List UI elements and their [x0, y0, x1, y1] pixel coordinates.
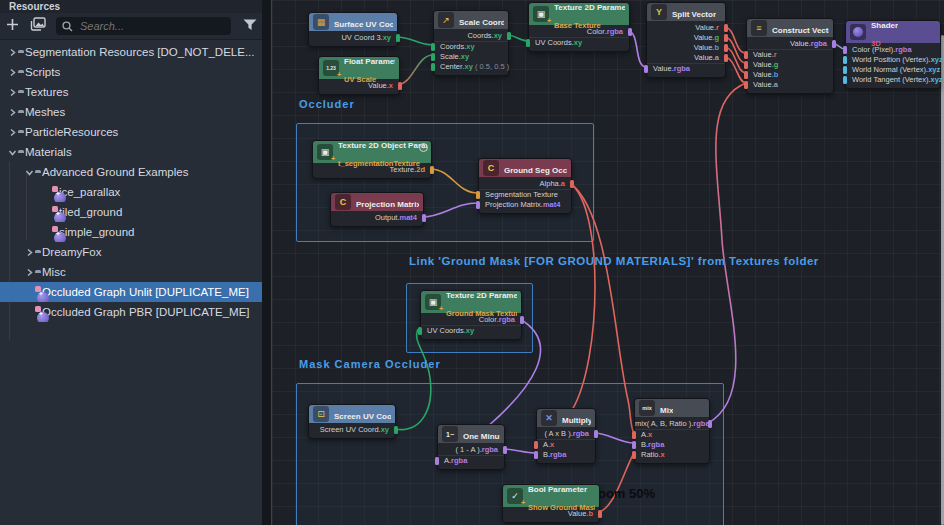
tree-item-misc[interactable]: Misc — [0, 262, 285, 282]
node-split-vector[interactable]: Y Split VectorValue.rValue.gValue.bValue… — [646, 2, 726, 78]
in-port[interactable] — [534, 451, 538, 459]
node-header[interactable]: ↗ Scale Coords — [434, 11, 508, 29]
in-port[interactable] — [534, 441, 538, 449]
node-float-parameter[interactable]: 1.23+ Float ParameterUV ScaleValue.x — [318, 56, 400, 95]
chevron-right-icon[interactable] — [23, 268, 35, 277]
chevron-right-icon[interactable] — [23, 248, 35, 257]
node-header[interactable]: ✕ Multiply — [537, 409, 595, 427]
chevron-right-icon[interactable] — [6, 88, 18, 97]
in-port[interactable] — [744, 71, 748, 79]
node-header[interactable]: ▣+ Texture 2D Object Parametert_segmenta… — [313, 141, 431, 163]
chevron-down-icon[interactable] — [23, 168, 35, 177]
node-header[interactable]: Y Split Vector — [647, 3, 725, 21]
panel-divider[interactable] — [262, 0, 272, 525]
in-port[interactable] — [632, 451, 636, 459]
in-port[interactable] — [476, 191, 480, 199]
chevron-right-icon[interactable] — [6, 68, 18, 77]
search-input[interactable] — [78, 19, 225, 33]
filter-button[interactable] — [237, 15, 262, 37]
node-header[interactable]: 1− One Minus — [438, 425, 504, 443]
chevron-right-icon[interactable] — [6, 48, 18, 57]
out-port[interactable] — [422, 214, 426, 222]
tree-item-particleresources[interactable]: ParticleResources — [0, 122, 268, 142]
out-port[interactable] — [832, 40, 836, 48]
out-port[interactable] — [598, 510, 602, 518]
in-port[interactable] — [632, 441, 636, 449]
node-header[interactable]: ▦ Surface UV Coord 3 — [309, 13, 397, 31]
node-header[interactable]: mix Mix — [635, 399, 709, 417]
node-header[interactable]: Shader3D — [846, 21, 940, 43]
node-header[interactable]: ⊡ Screen UV Coord — [309, 405, 395, 423]
out-port[interactable] — [520, 316, 524, 324]
object-library-button[interactable] — [25, 15, 50, 37]
node-surface-uv-coord-3[interactable]: ▦ Surface UV Coord 3UV Coord 3.xy — [308, 12, 398, 47]
out-port[interactable] — [503, 446, 507, 454]
tree-item-ice-parallax[interactable]: ✦ice_parallax — [0, 182, 302, 202]
node-mix[interactable]: mix Mixmix( A, B, Ratio ).rgbaA.xB.rgbaR… — [634, 398, 710, 464]
node-texture-2d-parameter-ground-mask[interactable]: ▣+ Texture 2D ParameterGround Mask Textu… — [420, 290, 522, 340]
node-header[interactable]: C Ground Seg Occluder — [479, 159, 571, 177]
node-scale-coords[interactable]: ↗ Scale CoordsCoords.xyCoords.xyScale.xy… — [433, 10, 509, 76]
in-port[interactable] — [744, 81, 748, 89]
out-port[interactable] — [724, 54, 728, 62]
chevron-right-icon[interactable] — [6, 128, 18, 137]
in-port[interactable] — [435, 457, 439, 465]
node-multiply[interactable]: ✕ Multiply( A x B ).rgbaA.xB.rgba — [536, 408, 596, 464]
in-port[interactable] — [644, 65, 648, 73]
tree-item-simple-ground[interactable]: ✦simple_ground — [0, 222, 302, 242]
in-port[interactable] — [843, 76, 847, 84]
chevron-down-icon[interactable] — [6, 148, 18, 157]
search-box[interactable] — [56, 17, 231, 35]
tree-item-tiled-ground[interactable]: ✦tiled_ground — [0, 202, 302, 222]
node-header[interactable]: ≡ Construct Vector — [747, 19, 833, 37]
node-header[interactable]: ▣+ Texture 2D ParameterBase Texture — [529, 3, 629, 25]
info-icon[interactable]: i — [419, 143, 428, 152]
node-projection-matrix[interactable]: C Projection MatrixOutput.mat4 — [330, 192, 424, 227]
out-port[interactable] — [396, 34, 400, 42]
in-port[interactable] — [476, 201, 480, 209]
node-screen-uv-coord[interactable]: ⊡ Screen UV CoordScreen UV Coord.xy — [308, 404, 396, 439]
node-bool-parameter[interactable]: ✓+ Bool ParameterShow Ground MaskValue.b — [502, 484, 600, 523]
out-port[interactable] — [570, 180, 574, 188]
in-port[interactable] — [843, 66, 847, 74]
in-port[interactable] — [418, 327, 422, 335]
out-port[interactable] — [398, 82, 402, 90]
node-construct-vector[interactable]: ≡ Construct VectorValue.rgbaValue.rValue… — [746, 18, 834, 94]
chevron-right-icon[interactable] — [6, 108, 18, 117]
tree-item-occluded-graph-unlit-duplicate-me[interactable]: ✦Occluded Graph Unlit [DUPLICATE_ME] — [0, 282, 285, 302]
in-port[interactable] — [744, 51, 748, 59]
node-header[interactable]: 1.23+ Float ParameterUV Scale — [319, 57, 399, 79]
in-port[interactable] — [431, 53, 435, 61]
out-port[interactable] — [628, 28, 632, 36]
out-port[interactable] — [594, 430, 598, 438]
out-port[interactable] — [394, 426, 398, 434]
tree-item-advanced-ground-examples[interactable]: Advanced Ground Examples — [0, 162, 285, 182]
node-header[interactable]: ▣+ Texture 2D ParameterGround Mask Textu… — [421, 291, 521, 313]
out-port[interactable] — [708, 420, 712, 428]
out-port[interactable] — [724, 24, 728, 32]
node-shader[interactable]: Shader3DColor (Pixel).rgbaWorld Position… — [845, 20, 941, 89]
out-port[interactable] — [507, 32, 511, 40]
in-port[interactable] — [744, 61, 748, 69]
node-one-minus[interactable]: 1− One Minus( 1 - A ).rgbaA.rgba — [437, 424, 505, 470]
in-port[interactable] — [843, 46, 847, 54]
tree-item-segmentation-resources-do-not-dele[interactable]: Segmentation Resources [DO_NOT_DELE... — [0, 42, 268, 62]
node-graph-canvas[interactable]: Link 'Ground Mask [FOR GROUND MATERIALS]… — [272, 0, 944, 525]
tree-item-occluded-graph-pbr-duplicate-me[interactable]: ✦Occluded Graph PBR [DUPLICATE_ME] — [0, 302, 285, 322]
out-port[interactable] — [724, 44, 728, 52]
tree-item-dreamyfox[interactable]: DreamyFox — [0, 242, 285, 262]
out-port[interactable] — [724, 34, 728, 42]
add-resource-button[interactable] — [0, 15, 25, 37]
tree-item-materials[interactable]: Materials — [0, 142, 268, 162]
in-port[interactable] — [431, 63, 435, 71]
node-ground-seg-occluder[interactable]: C Ground Seg OccluderAlpha.aSegmentation… — [478, 158, 572, 214]
out-port[interactable] — [430, 166, 434, 174]
tree-item-scripts[interactable]: Scripts — [0, 62, 268, 82]
in-port[interactable] — [632, 431, 636, 439]
in-port[interactable] — [843, 56, 847, 64]
tree-item-meshes[interactable]: Meshes — [0, 102, 268, 122]
tree-item-textures[interactable]: Textures — [0, 82, 268, 102]
node-header[interactable]: C Projection Matrix — [331, 193, 423, 211]
node-texture-2d-object-parameter[interactable]: ▣+ Texture 2D Object Parametert_segmenta… — [312, 140, 432, 179]
in-port[interactable] — [431, 43, 435, 51]
